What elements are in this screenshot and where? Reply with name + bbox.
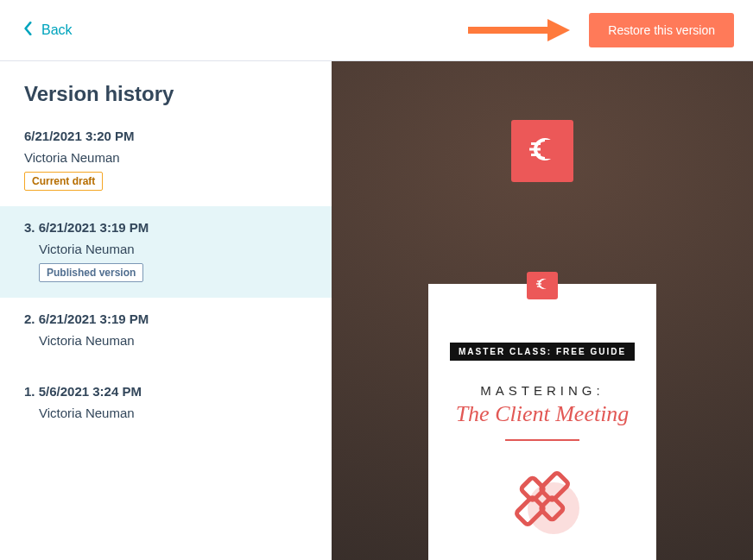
version-index: 3. [24,220,35,235]
sidebar-title: Version history [0,61,332,115]
doc-title-line1: MASTERING: [442,383,642,398]
brand-badge [511,120,573,182]
version-author: Victoria Neuman [24,333,307,348]
back-label: Back [41,22,73,38]
document-preview-card: MASTER CLASS: FREE GUIDE MASTERING: The … [428,284,656,560]
version-author: Victoria Neuman [24,150,307,165]
back-link[interactable]: Back [24,22,73,39]
svg-rect-11 [537,286,541,286]
version-item[interactable]: 1. 5/6/2021 3:24 PM Victoria Neuman [0,370,332,443]
svg-point-12 [528,482,579,534]
version-badge-row: Published version [24,263,307,282]
version-author: Victoria Neuman [24,406,307,420]
version-badge-row: Current draft [24,172,307,191]
doc-brand-tab [527,272,558,299]
svg-rect-8 [543,280,549,288]
current-draft-badge: Current draft [24,172,103,191]
version-item[interactable]: 6/21/2021 3:20 PM Victoria Neuman Curren… [0,115,332,206]
version-timestamp: 6/21/2021 3:20 PM [24,129,307,143]
brand-icon [528,135,557,167]
published-version-badge: Published version [39,263,143,282]
main-content: Version history 6/21/2021 3:20 PM Victor… [0,61,753,560]
header-right: Restore this version [589,13,734,47]
doc-title-underline [505,439,579,441]
svg-rect-3 [545,140,557,159]
version-sidebar: Version history 6/21/2021 3:20 PM Victor… [0,61,332,560]
doc-category-badge: MASTER CLASS: FREE GUIDE [450,343,635,361]
version-preview-pane: MASTER CLASS: FREE GUIDE MASTERING: The … [332,61,753,560]
version-timestamp: 3. 6/21/2021 3:19 PM [24,220,307,235]
version-index: 2. [24,311,35,326]
version-item[interactable]: 2. 6/21/2021 3:19 PM Victoria Neuman [0,298,332,370]
svg-rect-6 [531,154,541,156]
brand-icon [535,277,549,294]
handshake-icon [499,460,585,538]
header-bar: Back Restore this version [0,0,753,61]
version-timestamp: 2. 6/21/2021 3:19 PM [24,311,307,326]
svg-rect-4 [531,142,541,145]
chevron-left-icon [24,22,33,39]
doc-title-line2: The Client Meeting [442,401,642,427]
svg-rect-10 [536,283,541,284]
version-index: 1. [24,384,35,399]
svg-rect-5 [529,148,541,151]
version-timestamp: 1. 5/6/2021 3:24 PM [24,384,307,399]
version-author: Victoria Neuman [24,242,307,256]
svg-rect-9 [537,280,541,281]
restore-version-button[interactable]: Restore this version [589,13,734,47]
version-item[interactable]: 3. 6/21/2021 3:19 PM Victoria Neuman Pub… [0,206,332,298]
